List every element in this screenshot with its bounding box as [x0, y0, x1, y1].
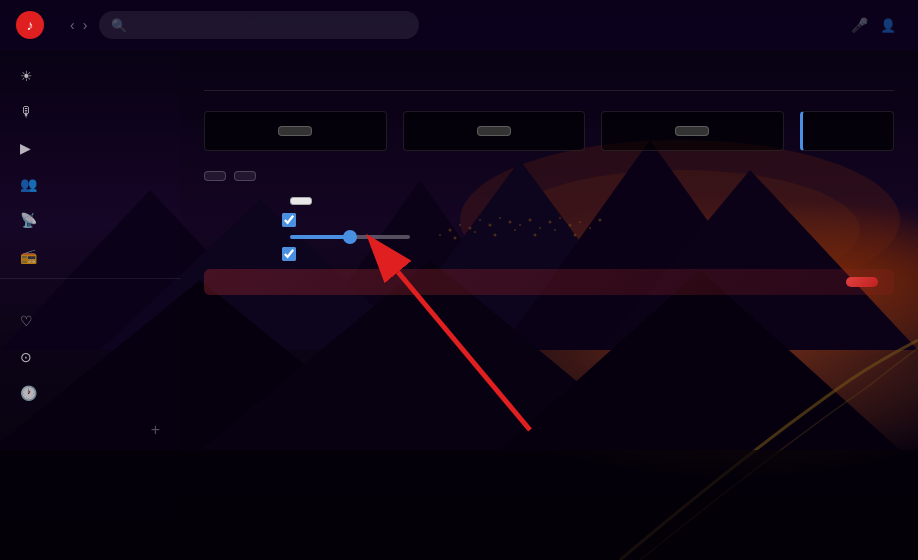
install-btn-3[interactable] — [675, 126, 709, 136]
follow-icon: 👥 — [20, 176, 37, 192]
login-area[interactable]: 👤 — [880, 18, 902, 33]
sidebar-item-discover[interactable]: ☀ — [0, 58, 180, 94]
modify-player-checkbox[interactable] — [282, 247, 296, 261]
mic-icon[interactable]: 🎤 — [851, 17, 868, 33]
podcast-icon: 🎙 — [20, 104, 34, 120]
enable-blur-row — [204, 213, 894, 227]
stylesheet-loader-section — [204, 171, 894, 181]
install-btn-1[interactable] — [278, 126, 312, 136]
stylesheet-loader-actions — [204, 171, 894, 181]
enable-blur-checkbox[interactable] — [282, 213, 296, 227]
blur-amount-row — [204, 235, 894, 239]
login-now-btn[interactable] — [846, 277, 878, 287]
reload-styles-btn[interactable] — [204, 171, 226, 181]
install-card-4 — [800, 111, 894, 151]
sidebar: ☀ 🎙 ▶ 👥 📡 📻 — [0, 50, 180, 560]
sidebar-item-podcast[interactable]: 🎙 — [0, 94, 180, 130]
search-bar[interactable]: 🔍 — [99, 11, 419, 39]
back-arrow[interactable]: ‹ — [70, 17, 75, 33]
settings-content — [180, 50, 918, 560]
search-input[interactable] — [135, 18, 407, 32]
blur-slider-container — [290, 235, 410, 239]
sidebar-item-my-music[interactable] — [0, 283, 180, 303]
top-nav: ♪ ‹ › 🔍 🎤 👤 — [0, 0, 918, 50]
sidebar-item-follow[interactable]: 👥 — [0, 166, 180, 202]
main-layout: ☀ 🎙 ▶ 👥 📡 📻 — [0, 50, 918, 560]
install-card-3 — [601, 111, 784, 151]
sidebar-item-recent[interactable]: 🕐 — [0, 375, 180, 411]
sidebar-item-video[interactable]: ▶ — [0, 130, 180, 166]
logo-icon: ♪ — [16, 11, 44, 39]
forward-arrow[interactable]: › — [83, 17, 88, 33]
login-banner — [204, 269, 894, 295]
sidebar-item-playlists[interactable]: + — [0, 411, 180, 449]
recent-icon: 🕐 — [20, 385, 37, 401]
modify-player-row — [204, 247, 894, 261]
sidebar-item-local[interactable]: ⊙ — [0, 339, 180, 375]
logo: ♪ — [16, 11, 50, 39]
heart-icon: ♡ — [20, 313, 33, 329]
sidebar-item-live[interactable]: 📡 — [0, 202, 180, 238]
search-icon: 🔍 — [111, 18, 127, 33]
install-btn-2[interactable] — [477, 126, 511, 136]
sidebar-item-fm[interactable]: 📻 — [0, 238, 180, 274]
install-card-2 — [403, 111, 586, 151]
live-icon: 📡 — [20, 212, 37, 228]
download-icon: ⊙ — [20, 349, 32, 365]
sidebar-divider — [0, 278, 180, 279]
fm-icon: 📻 — [20, 248, 37, 264]
nav-arrows: ‹ › — [70, 17, 87, 33]
sidebar-item-favorites[interactable]: ♡ — [0, 303, 180, 339]
user-icon: 👤 — [880, 18, 896, 33]
choose-file-btn[interactable] — [290, 197, 312, 205]
install-row — [204, 111, 894, 151]
bg-image-row — [204, 197, 894, 205]
transmission-section — [204, 197, 894, 295]
font-color-btn[interactable] — [234, 171, 256, 181]
video-icon: ▶ — [20, 140, 31, 156]
add-playlist-icon[interactable]: + — [151, 421, 160, 439]
discover-icon: ☀ — [20, 68, 33, 84]
blur-slider[interactable] — [290, 235, 410, 239]
app-overlay: ♪ ‹ › 🔍 🎤 👤 ☀ 🎙 — [0, 0, 918, 560]
install-card-1 — [204, 111, 387, 151]
settings-tabs — [204, 78, 894, 91]
